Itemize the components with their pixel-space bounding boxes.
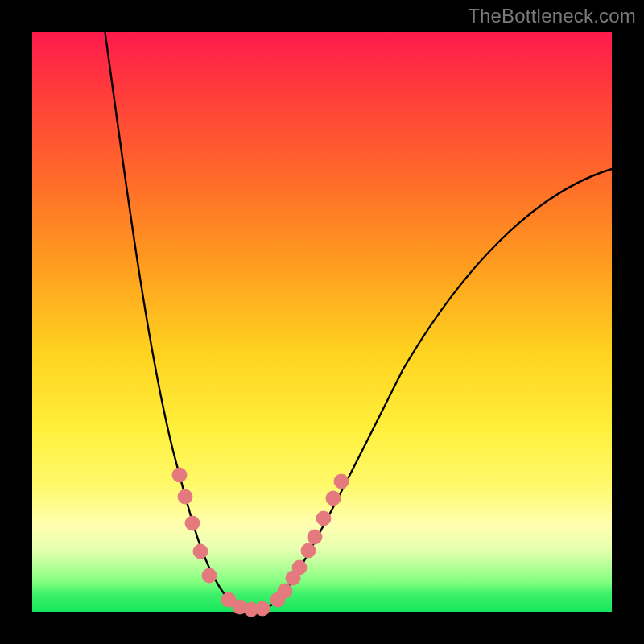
- marker-right-1: [278, 584, 292, 598]
- bottleneck-curve: [32, 32, 612, 612]
- marker-right-4: [301, 543, 316, 558]
- watermark-text: TheBottleneck.com: [468, 5, 636, 27]
- marker-left-1: [178, 489, 192, 504]
- marker-right-7: [326, 491, 341, 506]
- marker-left-4: [202, 568, 217, 583]
- marker-right-8: [334, 474, 349, 489]
- marker-right-6: [316, 511, 331, 526]
- marker-right-5: [308, 530, 322, 544]
- curve-path: [101, 0, 612, 610]
- chart-frame: TheBottleneck.com: [0, 0, 644, 644]
- marker-left-2: [185, 516, 200, 530]
- marker-left-3: [193, 544, 208, 559]
- plot-area: [32, 32, 612, 612]
- marker-bottom-3: [255, 601, 270, 616]
- marker-right-3: [292, 560, 307, 575]
- marker-left-0: [172, 468, 187, 482]
